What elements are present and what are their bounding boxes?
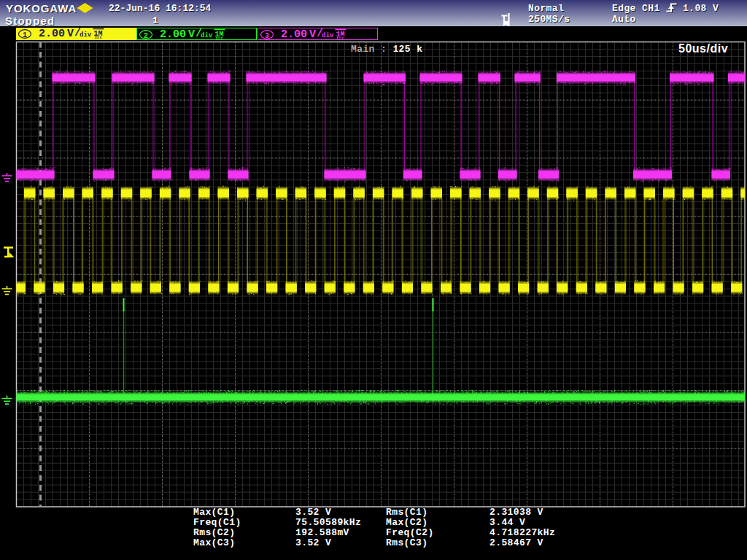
svg-text:1M: 1M bbox=[336, 31, 345, 39]
svg-text:1M: 1M bbox=[215, 31, 224, 39]
svg-text:1M: 1M bbox=[94, 30, 103, 38]
svg-text:3: 3 bbox=[265, 32, 269, 40]
svg-text:1: 1 bbox=[23, 31, 27, 39]
svg-text:2: 2 bbox=[144, 32, 148, 40]
